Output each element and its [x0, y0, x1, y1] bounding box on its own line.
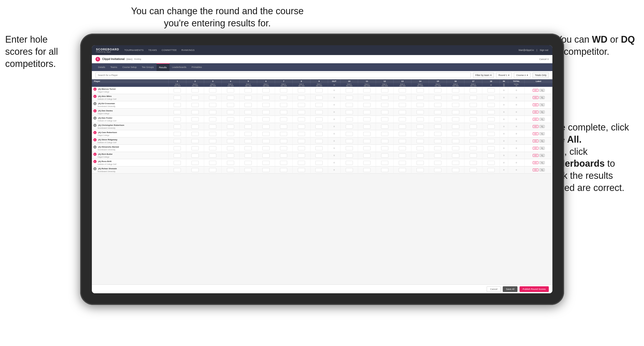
hole-13-input[interactable]: [399, 117, 406, 121]
hole-5-cell[interactable]: [239, 87, 257, 94]
hole-14-input[interactable]: [417, 88, 424, 93]
hole-1-input[interactable]: [174, 153, 181, 158]
hole-12-cell[interactable]: [376, 101, 393, 109]
hole-6-cell[interactable]: [257, 87, 275, 94]
hole-1-cell[interactable]: [168, 101, 186, 109]
hole-6-cell[interactable]: [257, 137, 275, 145]
hole-18-input[interactable]: [487, 132, 495, 136]
hole-12-input[interactable]: [381, 96, 388, 100]
hole-12-input[interactable]: [381, 103, 388, 107]
label-cell[interactable]: WD DQ: [525, 94, 552, 101]
wd-button[interactable]: WD: [533, 111, 538, 113]
hole-11-cell[interactable]: [358, 87, 376, 94]
hole-10-cell[interactable]: [340, 87, 358, 94]
hole-17-input[interactable]: [470, 132, 477, 136]
hole-9-cell[interactable]: [310, 109, 328, 116]
hole-11-cell[interactable]: [358, 109, 376, 116]
hole-18-input[interactable]: [487, 96, 495, 100]
label-cell[interactable]: WD DQ: [525, 87, 552, 94]
hole-14-input[interactable]: [417, 132, 424, 136]
hole-3-input[interactable]: [209, 132, 216, 136]
hole-18-input[interactable]: [487, 110, 495, 114]
hole-4-cell[interactable]: [222, 130, 239, 137]
tab-details[interactable]: Details: [95, 63, 108, 71]
hole-5-input[interactable]: [245, 117, 252, 121]
hole-13-cell[interactable]: [394, 87, 411, 94]
hole-12-input[interactable]: [381, 110, 388, 114]
hole-12-cell[interactable]: [376, 130, 393, 137]
hole-16-input[interactable]: [452, 96, 459, 100]
hole-18-cell[interactable]: [482, 152, 500, 159]
hole-4-input[interactable]: [227, 96, 234, 100]
hole-6-cell[interactable]: [257, 130, 275, 137]
hole-5-cell[interactable]: [239, 116, 257, 123]
hole-8-cell[interactable]: [293, 123, 310, 130]
hole-3-cell[interactable]: [204, 159, 221, 166]
hole-15-input[interactable]: [434, 96, 441, 100]
hole-17-input[interactable]: [470, 168, 477, 172]
hole-9-input[interactable]: [315, 125, 323, 129]
hole-14-cell[interactable]: [411, 159, 429, 166]
hole-6-cell[interactable]: [257, 123, 275, 130]
wd-button[interactable]: WD: [533, 154, 538, 157]
hole-8-cell[interactable]: [293, 109, 310, 116]
hole-13-cell[interactable]: [394, 159, 411, 166]
hole-5-cell[interactable]: [239, 145, 257, 152]
hole-3-input[interactable]: [209, 168, 216, 172]
hole-13-cell[interactable]: [394, 152, 411, 159]
hole-15-input[interactable]: [434, 168, 441, 172]
hole-10-input[interactable]: [346, 139, 353, 143]
hole-16-input[interactable]: [452, 125, 459, 129]
hole-18-cell[interactable]: [482, 130, 500, 137]
totals-only-btn[interactable]: Totals Only: [532, 72, 549, 78]
hole-15-cell[interactable]: [429, 116, 447, 123]
hole-7-cell[interactable]: [275, 130, 292, 137]
hole-4-input[interactable]: [227, 117, 234, 121]
cancel-btn[interactable]: Cancel: [487, 286, 501, 292]
hole-10-input[interactable]: [346, 88, 353, 93]
hole-14-cell[interactable]: [411, 109, 429, 116]
hole-4-cell[interactable]: [222, 116, 239, 123]
hole-9-input[interactable]: [315, 153, 323, 158]
hole-10-cell[interactable]: [340, 101, 358, 109]
hole-17-cell[interactable]: [464, 94, 482, 101]
hole-7-input[interactable]: [280, 146, 287, 150]
hole-3-input[interactable]: [209, 103, 216, 107]
hole-10-cell[interactable]: [340, 130, 358, 137]
label-cell[interactable]: WD DQ: [525, 109, 552, 116]
hole-14-input[interactable]: [417, 161, 424, 165]
hole-13-input[interactable]: [399, 96, 406, 100]
hole-8-cell[interactable]: [293, 152, 310, 159]
label-cell[interactable]: WD DQ: [525, 145, 552, 152]
hole-10-input[interactable]: [346, 110, 353, 114]
save-all-btn[interactable]: Save All: [503, 286, 517, 292]
wd-button[interactable]: WD: [533, 147, 538, 150]
nav-rankings[interactable]: RANKINGS: [181, 49, 195, 51]
hole-11-input[interactable]: [363, 96, 371, 100]
hole-12-cell[interactable]: [376, 123, 393, 130]
hole-18-cell[interactable]: [482, 109, 500, 116]
hole-7-input[interactable]: [280, 161, 287, 165]
hole-12-input[interactable]: [381, 161, 388, 165]
hole-17-cell[interactable]: [464, 130, 482, 137]
hole-17-input[interactable]: [470, 110, 477, 114]
dq-button[interactable]: DQ: [539, 89, 545, 92]
hole-8-cell[interactable]: [293, 145, 310, 152]
tab-printables[interactable]: Printables: [189, 63, 204, 71]
hole-5-input[interactable]: [245, 125, 252, 129]
publish-round-scores-btn[interactable]: Publish Round Scores: [520, 286, 549, 292]
hole-10-input[interactable]: [346, 96, 353, 100]
hole-6-input[interactable]: [262, 117, 270, 121]
wd-button[interactable]: WD: [533, 140, 538, 142]
hole-2-input[interactable]: [191, 103, 199, 107]
dq-button[interactable]: DQ: [539, 96, 545, 99]
hole-9-cell[interactable]: [310, 94, 328, 101]
hole-6-cell[interactable]: [257, 94, 275, 101]
hole-18-cell[interactable]: [482, 137, 500, 145]
hole-1-input[interactable]: [174, 117, 181, 121]
hole-10-cell[interactable]: [340, 159, 358, 166]
hole-10-input[interactable]: [346, 117, 353, 121]
hole-5-input[interactable]: [245, 88, 252, 93]
hole-12-cell[interactable]: [376, 87, 393, 94]
hole-16-input[interactable]: [452, 161, 459, 165]
